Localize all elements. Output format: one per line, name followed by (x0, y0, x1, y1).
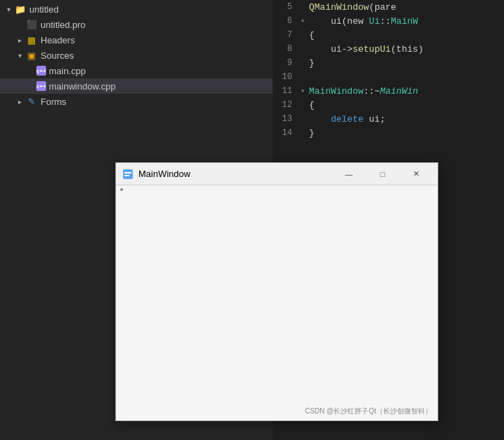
sidebar-item-label: mainwindow.cpp (49, 81, 115, 92)
code-line-11: 11 ▾ MainWindow::~MainWin (273, 84, 504, 98)
sidebar-item-label: Forms (41, 97, 66, 107)
arrow-icon: ▸ (14, 34, 25, 45)
code-content: } (308, 128, 504, 139)
code-content: ui(new Ui::MainW (308, 16, 504, 27)
code-content: MainWindow::~MainWin (308, 86, 504, 97)
window-controls: — □ ✕ (333, 164, 432, 184)
line-number: 7 (273, 30, 298, 40)
forms-icon: ✎ (25, 95, 38, 108)
code-line-5: 5 QMainWindow(pare (273, 0, 504, 14)
sidebar-item-untitled-pro[interactable]: ⬛ untitled.pro (0, 17, 273, 32)
sidebar-item-mainwindow-cpp[interactable]: c++ mainwindow.cpp (0, 78, 273, 94)
line-number: 9 (273, 58, 298, 68)
code-line-6: 6 ▾ ui(new Ui::MainW (273, 14, 504, 28)
sidebar-item-label: Sources (41, 50, 74, 61)
close-button[interactable]: ✕ (400, 164, 432, 184)
folder-open-icon: ▣ (25, 49, 38, 62)
sidebar-item-label: untitled (29, 4, 59, 15)
fold-icon (298, 42, 308, 56)
code-line-13: 13 delete ui; (273, 112, 504, 126)
code-content: delete ui; (308, 114, 504, 125)
arrow-icon: ▾ (14, 50, 25, 61)
code-content: ui->setupUi(this) (308, 44, 504, 55)
sidebar-item-forms[interactable]: ▸ ✎ Forms (0, 94, 273, 109)
dot-indicator (120, 188, 123, 191)
file-pro-icon: ⬛ (25, 18, 38, 31)
sidebar-item-label: Headers (41, 35, 75, 45)
svg-rect-2 (124, 175, 129, 176)
code-content: { (308, 30, 504, 41)
fold-icon (298, 70, 308, 84)
sidebar-item-untitled[interactable]: ▾ 📁 untitled (0, 1, 273, 17)
fold-icon (298, 98, 308, 112)
folder-icon: 📁 (14, 3, 27, 15)
window-body: CSDN @长沙红胖子Qt（长沙创微智科） (116, 185, 438, 420)
svg-rect-1 (124, 172, 131, 173)
line-number: 10 (273, 72, 298, 82)
code-line-12: 12 { (273, 98, 504, 112)
sidebar-item-label: untitled.pro (41, 20, 85, 30)
svg-rect-0 (123, 169, 133, 179)
line-number: 11 (273, 86, 298, 96)
window-titlebar: MainWindow — □ ✕ (116, 163, 438, 185)
sidebar-item-headers[interactable]: ▸ ▦ Headers (0, 32, 273, 48)
fold-icon (298, 28, 308, 42)
line-number: 13 (273, 114, 298, 124)
restore-button[interactable]: □ (366, 164, 398, 184)
code-content: } (308, 58, 504, 69)
folder-icon: ▦ (25, 34, 38, 46)
line-number: 5 (273, 2, 298, 12)
arrow-icon: ▾ (3, 3, 14, 15)
code-line-7: 7 { (273, 28, 504, 42)
code-line-10: 10 (273, 70, 504, 84)
sidebar-item-label: main.cpp (49, 66, 86, 76)
file-cpp-icon: c++ (36, 81, 46, 91)
arrow-spacer (14, 19, 25, 30)
fold-icon: ▾ (298, 14, 308, 28)
fold-icon (298, 0, 308, 14)
watermark: CSDN @长沙红胖子Qt（长沙创微智科） (305, 406, 432, 416)
sidebar-item-main-cpp[interactable]: c++ main.cpp (0, 63, 273, 78)
code-line-8: 8 ui->setupUi(this) (273, 42, 504, 56)
code-line-14: 14 } (273, 126, 504, 140)
line-number: 14 (273, 128, 298, 138)
fold-icon (298, 56, 308, 70)
arrow-spacer (25, 65, 36, 76)
line-number: 6 (273, 16, 298, 26)
sidebar-item-sources[interactable]: ▾ ▣ Sources (0, 48, 273, 63)
code-content: { (308, 100, 504, 111)
fold-icon: ▾ (298, 84, 308, 98)
line-number: 12 (273, 100, 298, 110)
arrow-icon: ▸ (14, 96, 25, 107)
fold-icon (298, 126, 308, 140)
arrow-spacer (25, 80, 36, 92)
window-app-icon (122, 168, 134, 180)
minimize-button[interactable]: — (333, 164, 365, 184)
fold-icon (298, 112, 308, 126)
code-line-9: 9 } (273, 56, 504, 70)
floating-mainwindow: MainWindow — □ ✕ CSDN @长沙红胖子Qt（长沙创微智科） (115, 162, 438, 421)
code-lines: 5 QMainWindow(pare 6 ▾ ui(new Ui::MainW … (273, 0, 504, 140)
window-title: MainWindow (138, 169, 333, 179)
code-content: QMainWindow(pare (308, 2, 504, 13)
file-cpp-icon: c++ (36, 66, 46, 76)
line-number: 8 (273, 44, 298, 54)
